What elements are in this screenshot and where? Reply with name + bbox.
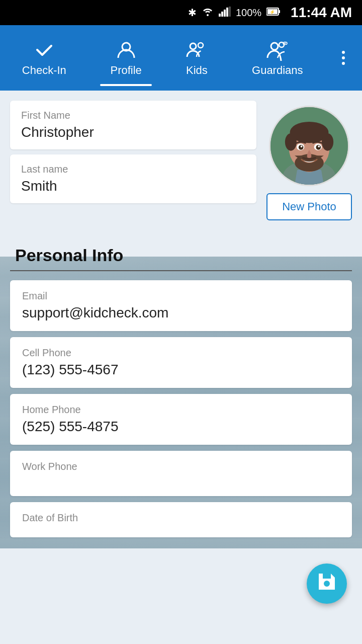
nav-item-profile[interactable]: Profile xyxy=(100,34,151,82)
first-name-label: First Name xyxy=(21,110,245,121)
kids-icon xyxy=(186,39,208,61)
battery-icon: ⚡ xyxy=(266,7,281,19)
svg-rect-5 xyxy=(229,7,231,17)
last-name-field[interactable]: Last name Smith xyxy=(10,154,256,203)
dob-label: Date of Birth xyxy=(22,512,340,524)
nav-item-kids[interactable]: Kids xyxy=(175,34,218,82)
nav-item-check-in[interactable]: Check-In xyxy=(12,34,76,82)
main-content: First Name Christopher Last name Smith xyxy=(0,91,362,548)
nav-label-guardians: Guardians xyxy=(252,64,303,77)
email-value: support@kidcheck.com xyxy=(22,305,340,321)
signal-icon xyxy=(219,7,231,19)
svg-rect-3 xyxy=(224,10,226,17)
svg-point-29 xyxy=(301,145,303,147)
svg-rect-1 xyxy=(219,14,221,17)
svg-rect-8 xyxy=(279,10,280,13)
first-name-value: Christopher xyxy=(21,124,245,140)
dob-field[interactable]: Date of Birth xyxy=(10,502,352,537)
last-name-label: Last name xyxy=(21,164,245,175)
check-in-icon xyxy=(33,39,55,61)
email-field[interactable]: Email support@kidcheck.com xyxy=(10,280,352,331)
nav-label-check-in: Check-In xyxy=(22,64,66,77)
svg-point-13 xyxy=(271,43,278,50)
nav-more-button[interactable] xyxy=(337,46,350,70)
cell-phone-value: (123) 555-4567 xyxy=(22,362,340,378)
nav-label-kids: Kids xyxy=(186,64,208,77)
guardians-icon xyxy=(266,39,289,61)
home-phone-field[interactable]: Home Phone (525) 555-4875 xyxy=(10,394,352,445)
svg-point-23 xyxy=(322,133,333,151)
svg-point-22 xyxy=(285,133,297,151)
nav-bar: Check-In Profile Kids xyxy=(0,25,362,91)
svg-text:⚡: ⚡ xyxy=(269,9,276,15)
work-phone-label: Work Phone xyxy=(22,461,340,472)
new-photo-button[interactable]: New Photo xyxy=(266,193,352,220)
email-label: Email xyxy=(22,290,340,302)
svg-point-12 xyxy=(198,43,203,48)
bluetooth-icon: ✱ xyxy=(188,7,197,19)
svg-point-11 xyxy=(190,43,196,49)
nav-label-profile: Profile xyxy=(110,64,141,77)
avatar xyxy=(269,106,349,186)
first-name-field[interactable]: First Name Christopher xyxy=(10,101,256,149)
app-wrapper: ✱ 100% xyxy=(0,0,362,644)
svg-point-0 xyxy=(207,14,209,16)
profile-photo-section: New Photo xyxy=(266,101,352,220)
cell-phone-field[interactable]: Cell Phone (123) 555-4567 xyxy=(10,337,352,388)
nav-item-guardians[interactable]: Guardians xyxy=(242,34,313,82)
avatar-image xyxy=(270,106,348,186)
svg-rect-2 xyxy=(221,12,223,17)
profile-fields: First Name Christopher Last name Smith xyxy=(10,101,256,220)
save-fab-button[interactable] xyxy=(307,564,347,604)
svg-point-30 xyxy=(318,145,320,147)
save-icon xyxy=(317,572,337,596)
personal-info-title: Personal Info xyxy=(10,235,352,271)
cell-phone-label: Cell Phone xyxy=(22,347,340,359)
status-time: 11:44 AM xyxy=(291,5,352,21)
battery-text: 100% xyxy=(236,7,261,19)
svg-point-16 xyxy=(285,43,286,44)
home-phone-value: (525) 555-4875 xyxy=(22,419,340,435)
last-name-value: Smith xyxy=(21,178,245,194)
svg-rect-4 xyxy=(226,8,228,17)
personal-info-section: Personal Info Email support@kidcheck.com… xyxy=(0,230,362,548)
status-icons: ✱ 100% xyxy=(188,5,352,21)
profile-section: First Name Christopher Last name Smith xyxy=(0,91,362,230)
status-bar: ✱ 100% xyxy=(0,0,362,25)
wifi-icon xyxy=(202,7,214,19)
profile-icon xyxy=(115,39,137,61)
home-phone-label: Home Phone xyxy=(22,404,340,416)
work-phone-field[interactable]: Work Phone xyxy=(10,451,352,496)
